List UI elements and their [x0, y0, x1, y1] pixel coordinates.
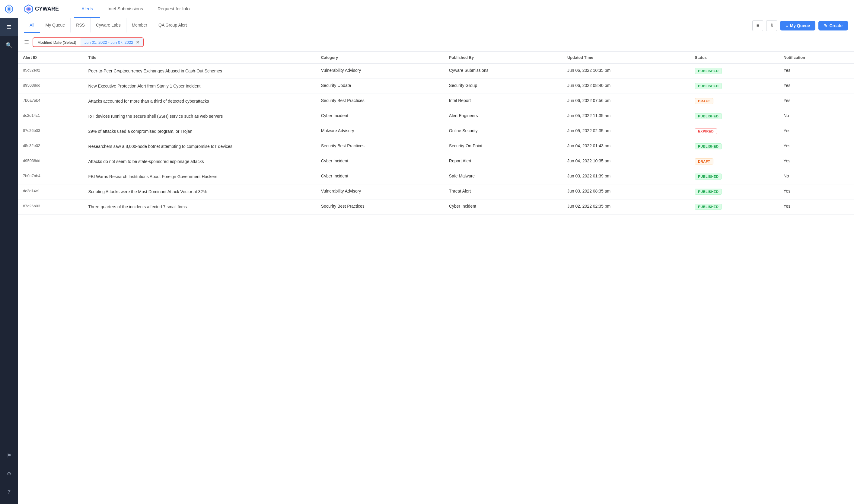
status-badge: PUBLISHED: [695, 113, 722, 119]
cell-status: PUBLISHED: [690, 184, 779, 199]
cell-updated-time: Jun 03, 2022 08:35 am: [563, 184, 690, 199]
status-badge: PUBLISHED: [695, 68, 722, 74]
nav-tab-intel[interactable]: Intel Submissions: [100, 0, 150, 18]
sidebar-help-icon[interactable]: ?: [0, 483, 18, 501]
table-row[interactable]: d95038dd New Executive Protection Alert …: [18, 79, 854, 94]
cell-status: PUBLISHED: [690, 64, 779, 79]
cell-alert-id: d5c32e02: [18, 64, 84, 79]
filter-lines-icon: ≡: [757, 23, 759, 29]
cell-published-by: Intel Report: [444, 94, 563, 109]
cell-category: Vulnerability Advisory: [316, 64, 444, 79]
cell-status: PUBLISHED: [690, 139, 779, 154]
create-button[interactable]: ✎ Create: [818, 21, 848, 31]
cyware-logo-icon: [4, 4, 14, 14]
cell-status: PUBLISHED: [690, 79, 779, 94]
table-row[interactable]: d5c32e02 Researchers saw a 8,000-node bo…: [18, 139, 854, 154]
sidebar-menu-icon[interactable]: ☰: [0, 18, 18, 36]
cell-alert-id: d95038dd: [18, 154, 84, 169]
table-header-row: Alert ID Title Category Published By Upd…: [18, 52, 854, 64]
filter-close-button[interactable]: ✕: [136, 40, 140, 45]
sub-tab-cywarelabs[interactable]: Cyware Labs: [90, 18, 126, 33]
filter-lines-button[interactable]: ≡: [752, 20, 763, 31]
sidebar-flag-icon[interactable]: ⚑: [0, 447, 18, 465]
cell-alert-id: 7b0a7ab4: [18, 169, 84, 184]
cell-updated-time: Jun 06, 2022 10:35 pm: [563, 64, 690, 79]
cell-updated-time: Jun 04, 2022 01:43 pm: [563, 139, 690, 154]
download-button[interactable]: ⇩: [766, 20, 777, 31]
cell-status: PUBLISHED: [690, 199, 779, 215]
cell-alert-id: 87c26b03: [18, 124, 84, 139]
cell-updated-time: Jun 03, 2022 01:39 pm: [563, 169, 690, 184]
cell-notification: No: [779, 169, 854, 184]
cell-notification: Yes: [779, 139, 854, 154]
nav-tab-rfi[interactable]: Request for Info: [150, 0, 197, 18]
nav-tab-alerts[interactable]: Alerts: [74, 0, 100, 18]
col-notification: Notification: [779, 52, 854, 64]
cell-notification: Yes: [779, 199, 854, 215]
alerts-table: Alert ID Title Category Published By Upd…: [18, 52, 854, 215]
table-row[interactable]: 87c26b03 Three-quarters of the incidents…: [18, 199, 854, 215]
cyware-nav-logo-icon: [24, 4, 33, 14]
cell-category: Vulnerability Advisory: [316, 184, 444, 199]
sub-tab-myqueue[interactable]: My Queue: [40, 18, 71, 33]
cell-title: IoT devices running the secure shell (SS…: [84, 109, 316, 124]
cell-alert-id: dc2d14c1: [18, 184, 84, 199]
cell-published-by: Alert Engineers: [444, 109, 563, 124]
top-navigation: CYWARE Alerts Intel Submissions Request …: [18, 0, 854, 18]
filter-bar: ☰ Modified Date (Select) Jun 01, 2022 - …: [18, 33, 854, 52]
queue-icon: ≡: [785, 23, 788, 28]
table-row[interactable]: 7b0a7ab4 FBI Warns Research Institutions…: [18, 169, 854, 184]
table-row[interactable]: d5c32e02 Peer-to-Peer Cryptocurrency Exc…: [18, 64, 854, 79]
cell-category: Cyber Incident: [316, 154, 444, 169]
cell-updated-time: Jun 05, 2022 02:35 am: [563, 124, 690, 139]
status-badge: PUBLISHED: [695, 143, 722, 149]
top-nav-tabs: Alerts Intel Submissions Request for Inf…: [74, 0, 197, 18]
table-row[interactable]: 87c26b03 29% of attacks used a compromis…: [18, 124, 854, 139]
cell-notification: Yes: [779, 64, 854, 79]
settings-icon: ⚙: [7, 470, 12, 477]
table-row[interactable]: 7b0a7ab4 Attacks accounted for more than…: [18, 94, 854, 109]
cell-published-by: Threat Alert: [444, 184, 563, 199]
cell-notification: Yes: [779, 124, 854, 139]
cell-published-by: Security Group: [444, 79, 563, 94]
table-body: d5c32e02 Peer-to-Peer Cryptocurrency Exc…: [18, 64, 854, 215]
cell-published-by: Report Alert: [444, 154, 563, 169]
sub-tab-all[interactable]: All: [24, 18, 40, 33]
sub-tab-qagroupalert[interactable]: QA Group Alert: [153, 18, 192, 33]
col-status: Status: [690, 52, 779, 64]
status-badge: PUBLISHED: [695, 188, 722, 195]
sub-tab-rss[interactable]: RSS: [70, 18, 90, 33]
cell-alert-id: d5c32e02: [18, 139, 84, 154]
cell-category: Cyber Incident: [316, 169, 444, 184]
col-category: Category: [316, 52, 444, 64]
filter-toggle-button[interactable]: ☰: [24, 39, 29, 46]
cell-title: FBI Warns Research Institutions About Fo…: [84, 169, 316, 184]
sub-tab-member[interactable]: Member: [126, 18, 153, 33]
cell-category: Security Update: [316, 79, 444, 94]
cell-updated-time: Jun 04, 2022 10:35 am: [563, 154, 690, 169]
search-icon: 🔍: [6, 42, 12, 49]
help-icon: ?: [7, 489, 11, 495]
table-row[interactable]: dc2d14c1 IoT devices running the secure …: [18, 109, 854, 124]
cell-title: 29% of attacks used a compromised progra…: [84, 124, 316, 139]
cell-status: PUBLISHED: [690, 109, 779, 124]
sidebar: ☰ 🔍 ⚑ ⚙ ?: [0, 0, 18, 504]
sidebar-settings-icon[interactable]: ⚙: [0, 465, 18, 483]
my-queue-button[interactable]: ≡ My Queue: [780, 21, 815, 31]
cell-category: Security Best Practices: [316, 199, 444, 215]
cell-status: DRAFT: [690, 94, 779, 109]
cell-alert-id: dc2d14c1: [18, 109, 84, 124]
cell-status: DRAFT: [690, 154, 779, 169]
sidebar-search-icon[interactable]: 🔍: [0, 36, 18, 54]
status-badge: PUBLISHED: [695, 204, 722, 210]
cell-title: Scripting Attacks were the Most Dominant…: [84, 184, 316, 199]
col-alert-id: Alert ID: [18, 52, 84, 64]
alerts-table-container: Alert ID Title Category Published By Upd…: [18, 52, 854, 504]
sub-nav-actions: ≡ ⇩ ≡ My Queue ✎ Create: [752, 20, 848, 31]
cell-updated-time: Jun 06, 2022 08:40 pm: [563, 79, 690, 94]
cell-alert-id: 7b0a7ab4: [18, 94, 84, 109]
cell-title: Three-quarters of the incidents affected…: [84, 199, 316, 215]
table-row[interactable]: dc2d14c1 Scripting Attacks were the Most…: [18, 184, 854, 199]
cell-category: Cyber Incident: [316, 109, 444, 124]
table-row[interactable]: d95038dd Attacks do not seem to be state…: [18, 154, 854, 169]
